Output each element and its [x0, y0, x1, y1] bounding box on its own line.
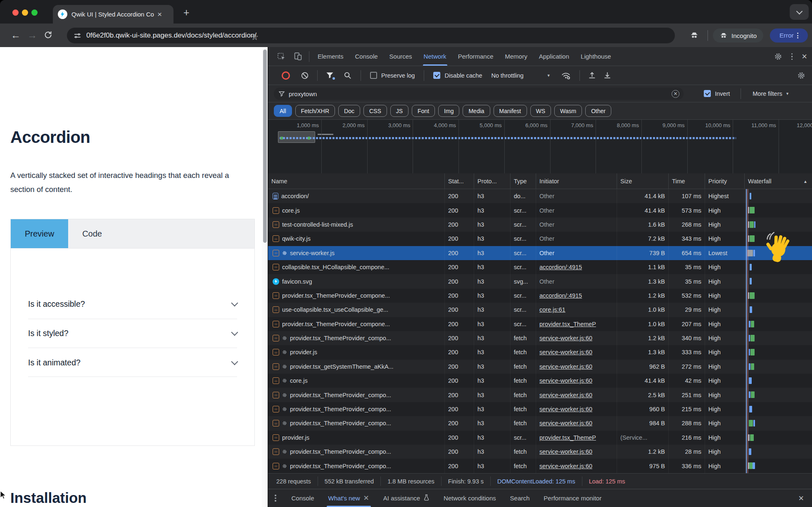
table-row[interactable]: ‹›provider.tsx_ThemeProvider_compo...200… [268, 416, 812, 430]
filter-icon[interactable] [326, 72, 334, 79]
table-row[interactable]: ‹›provider.js200h3scr...provider.tsx_The… [268, 431, 812, 445]
network-conditions-icon[interactable] [561, 71, 570, 80]
throttling-select[interactable]: No throttling [491, 72, 523, 79]
initiator-link[interactable]: core.js:61 [539, 306, 565, 313]
export-har-icon[interactable] [603, 71, 611, 79]
devtools-tab-application[interactable]: Application [538, 47, 570, 66]
table-row[interactable]: ‹›qwik-city.js200h3scr...Other7.2 kB343 … [268, 232, 812, 246]
inspect-element-icon[interactable] [277, 52, 285, 61]
preserve-log-checkbox[interactable] [370, 72, 377, 79]
profile-button[interactable]: Error [770, 28, 808, 43]
initiator-link[interactable]: provider.tsx_ThemeP [539, 321, 596, 327]
window-zoom-button[interactable] [31, 9, 38, 16]
drawer-tab-search[interactable]: Search [510, 489, 530, 507]
filter-chip-css[interactable]: CSS [363, 105, 387, 117]
drawer-tab-console[interactable]: Console [292, 489, 314, 507]
request-initiator[interactable]: service-worker.js:60 [536, 416, 617, 430]
table-row[interactable]: ‹›collapsible.tsx_HCollapsible_compone..… [268, 260, 812, 274]
tab-close-icon[interactable]: × [157, 10, 162, 18]
import-har-icon[interactable] [588, 71, 596, 79]
table-row[interactable]: favicon.svg200h3svg...Other1.3 kB35 msHi… [268, 274, 812, 288]
page-scrollbar[interactable] [262, 47, 268, 507]
column-header-waterfall[interactable]: Waterfall▲ [745, 173, 812, 189]
request-initiator[interactable]: service-worker.js:60 [536, 388, 617, 402]
accordion-trigger[interactable]: Is it styled? [28, 325, 237, 341]
initiator-link[interactable]: service-worker.js:60 [539, 406, 592, 412]
table-row[interactable]: ‹›provider.tsx_ThemeProvider_compo...200… [268, 388, 812, 402]
column-header-stat[interactable]: Stat... [445, 173, 474, 189]
initiator-link[interactable]: service-worker.js:60 [539, 363, 592, 370]
back-button[interactable]: ← [11, 29, 21, 41]
request-initiator[interactable]: service-worker.js:60 [536, 345, 617, 359]
devtools-menu-icon[interactable] [791, 53, 793, 60]
tab-code[interactable]: Code [68, 219, 116, 248]
column-header-type[interactable]: Type [510, 173, 536, 189]
devtools-tab-console[interactable]: Console [354, 47, 379, 66]
filter-chip-media[interactable]: Media [463, 105, 490, 117]
drawer-menu-icon[interactable] [275, 495, 276, 502]
filter-chip-img[interactable]: Img [438, 105, 459, 117]
request-initiator[interactable]: service-worker.js:60 [536, 402, 617, 416]
request-initiator[interactable]: accordion/:4915 [536, 289, 617, 303]
devtools-tab-elements[interactable]: Elements [317, 47, 344, 66]
devtools-tab-memory[interactable]: Memory [504, 47, 528, 66]
devtools-tab-lighthouse[interactable]: Lighthouse [580, 47, 612, 66]
table-row[interactable]: ‹›test-controlled-list-mixed.js200h3scr.… [268, 218, 812, 232]
initiator-link[interactable]: provider.tsx_ThemeP [539, 434, 596, 441]
clear-network-log-icon[interactable] [301, 71, 309, 80]
table-row[interactable]: ‹›provider.js200h3fetchservice-worker.js… [268, 345, 812, 359]
forward-button[interactable]: → [27, 29, 37, 41]
extension-incognito-icon[interactable] [690, 31, 699, 40]
table-row[interactable]: ‹›provider.tsx_ThemeProvider_compone...2… [268, 317, 812, 331]
table-row[interactable]: ‹›provider.tsx_ThemeProvider_compone...2… [268, 289, 812, 303]
drawer-tab-whatsnew[interactable]: What's new✕ [328, 489, 369, 507]
table-row[interactable]: ‹›core.js200h3fetchservice-worker.js:604… [268, 374, 812, 388]
browser-tab[interactable]: Qwik UI | Styled Accordion Co × [53, 5, 173, 24]
bookmark-star-icon[interactable]: ☆ [251, 33, 259, 41]
column-header-initiator[interactable]: Initiator [536, 173, 617, 189]
filter-chip-ws[interactable]: WS [530, 105, 551, 117]
request-initiator[interactable]: service-worker.js:60 [536, 459, 617, 473]
table-row[interactable]: ‹›provider.tsx_ThemeProvider_compo...200… [268, 459, 812, 473]
table-row[interactable]: ‹›provider.tsx_getSystemTheme_aKkA...200… [268, 360, 812, 374]
devtools-tab-performance[interactable]: Performance [457, 47, 494, 66]
initiator-link[interactable]: service-worker.js:60 [539, 349, 592, 355]
request-initiator[interactable]: core.js:61 [536, 303, 617, 317]
filter-chip-doc[interactable]: Doc [338, 105, 360, 117]
request-initiator[interactable]: service-worker.js:60 [536, 360, 617, 374]
initiator-link[interactable]: accordion/:4915 [539, 264, 582, 270]
filter-chip-fetchxhr[interactable]: Fetch/XHR [295, 105, 335, 117]
initiator-link[interactable]: service-worker.js:60 [539, 448, 592, 455]
window-close-button[interactable] [12, 9, 19, 16]
filter-chip-other[interactable]: Other [585, 105, 611, 117]
request-initiator[interactable]: provider.tsx_ThemeP [536, 317, 617, 331]
window-minimize-button[interactable] [22, 9, 28, 16]
initiator-link[interactable]: service-worker.js:60 [539, 377, 592, 384]
drawer-tab-close-icon[interactable]: ✕ [363, 494, 369, 502]
accordion-trigger[interactable]: Is it animated? [28, 354, 237, 371]
initiator-link[interactable]: service-worker.js:60 [539, 463, 592, 469]
reload-button[interactable] [44, 30, 52, 42]
request-initiator[interactable]: service-worker.js:60 [536, 445, 617, 459]
invert-checkbox[interactable] [704, 90, 711, 97]
filter-chip-wasm[interactable]: Wasm [554, 105, 582, 117]
column-header-priority[interactable]: Priority [705, 173, 745, 189]
accordion-trigger[interactable]: Is it accessible? [28, 296, 237, 312]
more-filters-button[interactable]: More filters [753, 90, 782, 97]
request-initiator[interactable]: service-worker.js:60 [536, 331, 617, 345]
table-row[interactable]: ‹›use-collapsible.tsx_useCollapsible_ge.… [268, 303, 812, 317]
drawer-tab-networkconditions[interactable]: Network conditions [444, 489, 496, 507]
filter-chip-all[interactable]: All [274, 105, 292, 117]
table-row[interactable]: ‹›core.js200h3scr...Other41.4 kB573 msHi… [268, 203, 812, 217]
clear-filter-icon[interactable]: ✕ [672, 90, 679, 98]
filter-chip-js[interactable]: JS [390, 105, 408, 117]
initiator-link[interactable]: service-worker.js:60 [539, 420, 592, 426]
drawer-close-icon[interactable]: × [798, 494, 804, 503]
page-scrollbar-thumb[interactable] [263, 50, 267, 243]
device-toolbar-icon[interactable] [294, 52, 302, 61]
devtools-tab-network[interactable]: Network [423, 47, 447, 66]
network-overview-timeline[interactable]: 1,000 ms2,000 ms3,000 ms4,000 ms5,000 ms… [268, 120, 812, 174]
table-row[interactable]: ‹›service-worker.js200h3scr...Other739 B… [268, 246, 812, 260]
column-header-name[interactable]: Name [268, 173, 445, 189]
site-info-icon[interactable] [74, 32, 81, 40]
